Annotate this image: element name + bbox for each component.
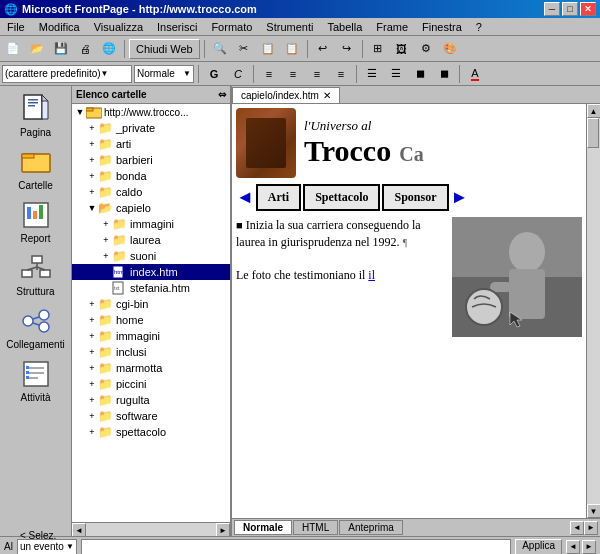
editor-vscroll[interactable]: ▲ ▼	[586, 104, 600, 518]
insert-table-button[interactable]: ⊞	[367, 39, 389, 59]
tab-anteprima[interactable]: Anteprima	[339, 520, 403, 535]
list-item[interactable]: txt stefania.htm	[72, 280, 230, 296]
menu-file[interactable]: File	[4, 20, 28, 34]
view-cartelle[interactable]: Cartelle	[5, 143, 67, 194]
list-item[interactable]: + 📁 arti	[72, 136, 230, 152]
expand-icon[interactable]: +	[86, 394, 98, 406]
vscroll-down-arrow[interactable]: ▼	[587, 504, 601, 518]
expand-icon[interactable]: +	[86, 378, 98, 390]
align-center-button[interactable]: ≡	[282, 64, 304, 84]
editor-tab-active[interactable]: capielo/index.htm ✕	[232, 87, 340, 103]
expand-icon[interactable]: +	[86, 410, 98, 422]
expand-icon[interactable]: +	[86, 346, 98, 358]
new-button[interactable]: 📄	[2, 39, 24, 59]
menu-finestra[interactable]: Finestra	[419, 20, 465, 34]
nav-arti-button[interactable]: Arti	[256, 184, 301, 211]
menu-tabella[interactable]: Tabella	[324, 20, 365, 34]
bscroll-left[interactable]: ◄	[570, 521, 584, 535]
menu-inserisci[interactable]: Inserisci	[154, 20, 200, 34]
maximize-button[interactable]: □	[562, 2, 578, 16]
font-dropdown-arrow[interactable]: ▼	[101, 69, 109, 78]
style-button[interactable]: 🎨	[439, 39, 461, 59]
cut-button[interactable]: ✂	[233, 39, 255, 59]
list-bullet-button[interactable]: ☰	[361, 64, 383, 84]
style-selector[interactable]: Normale ▼	[134, 65, 194, 83]
list-item[interactable]: + 📁 software	[72, 408, 230, 424]
minimize-button[interactable]: ─	[544, 2, 560, 16]
tree-root[interactable]: ▼ http://www.trocco...	[72, 104, 230, 120]
list-item[interactable]: + 📁 rugulta	[72, 392, 230, 408]
view-struttura[interactable]: Struttura	[5, 249, 67, 300]
insert-image-button[interactable]: 🖼	[391, 39, 413, 59]
font-color-button[interactable]: A	[464, 64, 486, 84]
list-item[interactable]: + 📁 piccini	[72, 376, 230, 392]
redo-button[interactable]: ↪	[336, 39, 358, 59]
list-item[interactable]: + 📁 immagini	[72, 328, 230, 344]
outdent-button[interactable]: ◼	[433, 64, 455, 84]
list-item[interactable]: + 📁 _private	[72, 120, 230, 136]
menu-visualizza[interactable]: Visualizza	[91, 20, 146, 34]
menu-help[interactable]: ?	[473, 20, 485, 34]
menu-frame[interactable]: Frame	[373, 20, 411, 34]
paste-button[interactable]: 📋	[281, 39, 303, 59]
list-item[interactable]: + 📁 spettacolo	[72, 424, 230, 440]
expand-icon[interactable]: +	[86, 154, 98, 166]
list-item[interactable]: + 📁 caldo	[72, 184, 230, 200]
component-button[interactable]: ⚙	[415, 39, 437, 59]
expand-icon[interactable]: +	[86, 138, 98, 150]
tab-html[interactable]: HTML	[293, 520, 338, 535]
event-arrow[interactable]: ▼	[66, 542, 74, 551]
list-item[interactable]: ▼ 📂 capielo	[72, 200, 230, 216]
hscroll-right-arrow[interactable]: ►	[216, 523, 230, 536]
apply-button[interactable]: Applica	[515, 539, 562, 555]
italic-button[interactable]: C	[227, 64, 249, 84]
tree-content[interactable]: ▼ http://www.trocco... + 📁 _private + 📁	[72, 104, 230, 522]
list-item[interactable]: + 📁 inclusi	[72, 344, 230, 360]
style-dropdown-arrow[interactable]: ▼	[183, 69, 191, 78]
align-right-button[interactable]: ≡	[306, 64, 328, 84]
hscroll-left-arrow[interactable]: ◄	[72, 523, 86, 536]
expand-icon[interactable]: +	[86, 298, 98, 310]
nav-spettacolo-button[interactable]: Spettacolo	[303, 184, 380, 211]
expand-icon[interactable]: +	[100, 250, 112, 262]
root-expand-icon[interactable]: ▼	[74, 106, 86, 118]
bscroll-right[interactable]: ►	[584, 521, 598, 535]
status-scroll-left[interactable]: ◄	[566, 540, 580, 554]
expand-icon[interactable]: +	[86, 330, 98, 342]
view-collegamenti[interactable]: Collegamenti	[5, 302, 67, 353]
vscroll-up-arrow[interactable]: ▲	[587, 104, 601, 118]
menu-formato[interactable]: Formato	[208, 20, 255, 34]
publish-button[interactable]: 🖨	[74, 39, 96, 59]
search-button[interactable]: 🔍	[209, 39, 231, 59]
link-text[interactable]: il	[368, 268, 375, 282]
expand-icon[interactable]: +	[86, 362, 98, 374]
vscroll-thumb[interactable]	[587, 118, 599, 148]
list-item[interactable]: + 📁 barbieri	[72, 152, 230, 168]
expand-icon[interactable]: +	[100, 234, 112, 246]
event-field[interactable]	[81, 539, 511, 555]
expand-icon[interactable]: +	[86, 314, 98, 326]
nav-sponsor-button[interactable]: Sponsor	[382, 184, 448, 211]
expand-icon[interactable]: ▼	[86, 202, 98, 214]
align-left-button[interactable]: ≡	[258, 64, 280, 84]
expand-icon[interactable]: +	[86, 170, 98, 182]
expand-icon[interactable]: +	[86, 186, 98, 198]
list-item[interactable]: + 📁 cgi-bin	[72, 296, 230, 312]
status-scroll-right[interactable]: ►	[582, 540, 596, 554]
menu-strumenti[interactable]: Strumenti	[263, 20, 316, 34]
editor-tab-close[interactable]: ✕	[323, 90, 331, 101]
view-report[interactable]: Report	[5, 196, 67, 247]
undo-button[interactable]: ↩	[312, 39, 334, 59]
list-item[interactable]: html index.htm	[72, 264, 230, 280]
vscroll-track[interactable]	[587, 118, 600, 504]
bold-button[interactable]: G	[203, 64, 225, 84]
list-item[interactable]: + 📁 marmotta	[72, 360, 230, 376]
tree-resize-btn[interactable]: ⇔	[218, 89, 226, 100]
list-item[interactable]: + 📁 laurea	[72, 232, 230, 248]
tab-normale[interactable]: Normale	[234, 520, 292, 535]
expand-icon[interactable]: +	[86, 426, 98, 438]
list-number-button[interactable]: ☰	[385, 64, 407, 84]
view-attivita[interactable]: Attività	[5, 355, 67, 406]
open-button[interactable]: 📂	[26, 39, 48, 59]
indent-button[interactable]: ◼	[409, 64, 431, 84]
